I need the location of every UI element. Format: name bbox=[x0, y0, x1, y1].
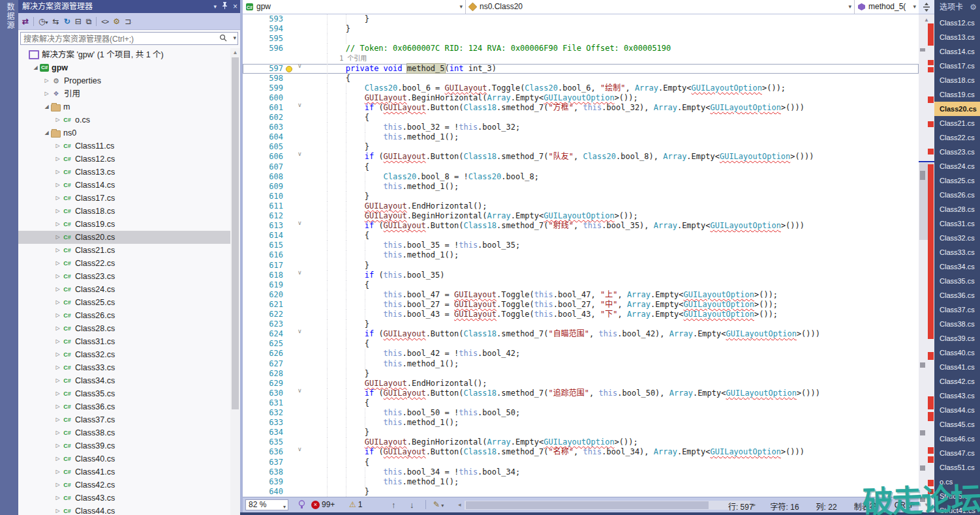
outline-collapse-icon[interactable]: ∨ bbox=[298, 446, 302, 452]
collapsed-arrow-icon[interactable]: ▷ bbox=[54, 113, 61, 126]
type-dropdown[interactable]: ns0.Class20 ▾ bbox=[466, 0, 855, 14]
code-line-608[interactable]: 608 Class20.bool_8 = !Class20.bool_8; bbox=[243, 172, 919, 182]
code-line-619[interactable]: 619 { bbox=[243, 280, 919, 290]
tab-item-class37-cs[interactable]: Class37.cs bbox=[934, 302, 980, 317]
code-line-607[interactable]: 607 { bbox=[243, 162, 919, 172]
pin-icon[interactable] bbox=[222, 0, 228, 13]
tab-item-class22-cs[interactable]: Class22.cs bbox=[934, 130, 980, 145]
tab-item-class28-cs[interactable]: Class28.cs bbox=[934, 202, 980, 216]
collapsed-arrow-icon[interactable]: ▷ bbox=[54, 309, 61, 322]
tree-item-class26-cs[interactable]: ▷C#Class26.cs bbox=[18, 309, 230, 322]
expanded-arrow-icon[interactable]: ◢ bbox=[43, 100, 50, 113]
collapsed-arrow-icon[interactable]: ▷ bbox=[54, 166, 61, 179]
scroll-up-icon[interactable]: ▲ bbox=[919, 17, 934, 23]
tree-item-class11-cs[interactable]: ▷C#Class11.cs bbox=[18, 140, 230, 153]
code-line-616[interactable]: 616 this.method_1(); bbox=[243, 250, 919, 260]
split-editor-button[interactable] bbox=[919, 0, 934, 14]
collapsed-arrow-icon[interactable]: ▷ bbox=[54, 244, 61, 257]
collapsed-arrow-icon[interactable]: ▷ bbox=[54, 387, 61, 400]
collapsed-arrow-icon[interactable]: ▷ bbox=[54, 505, 61, 515]
code-line-613[interactable]: 613∨ if (GUILayout.Button(Class18.smetho… bbox=[243, 221, 919, 231]
code-line-637[interactable]: 637 { bbox=[243, 458, 919, 467]
code-line-602[interactable]: 602 { bbox=[243, 113, 919, 123]
code-line-636[interactable]: 636∨ if (GUILayout.Button(Class18.smetho… bbox=[243, 447, 919, 457]
tab-item-class38-cs[interactable]: Class38.cs bbox=[934, 317, 980, 331]
editor-hscrollbar[interactable] bbox=[465, 501, 750, 510]
refresh-icon[interactable]: ↻ bbox=[64, 17, 70, 26]
expanded-arrow-icon[interactable]: ◢ bbox=[32, 61, 39, 74]
code-line-599[interactable]: 599 Class20.bool_6 = GUILayout.Toggle(Cl… bbox=[243, 83, 919, 93]
intellisense-icon[interactable] bbox=[298, 500, 306, 511]
tab-item-class31-cs[interactable]: Class31.cs bbox=[934, 216, 980, 231]
tab-item-class45-cs[interactable]: Class45.cs bbox=[934, 417, 980, 432]
collapsed-arrow-icon[interactable]: ▷ bbox=[54, 361, 61, 374]
preview-selected-items-icon[interactable]: ⊐· bbox=[125, 17, 132, 26]
collapsed-arrow-icon[interactable]: ▷ bbox=[54, 192, 61, 205]
code-line-628[interactable]: 628 } bbox=[243, 369, 919, 379]
search-input[interactable] bbox=[22, 33, 221, 45]
code-line-633[interactable]: 633 this.method_1(); bbox=[243, 418, 919, 428]
tree-item-m[interactable]: ◢m bbox=[18, 100, 230, 113]
switch-views-icon[interactable]: ⇆ bbox=[53, 17, 59, 26]
tab-item-class21-cs[interactable]: Class21.cs bbox=[934, 116, 980, 130]
pending-changes-filter-icon[interactable]: ◷▾ bbox=[38, 17, 48, 26]
collapsed-arrow-icon[interactable]: ▷ bbox=[54, 270, 61, 283]
code-line-611[interactable]: 611 GUILayout.EndHorizontal(); bbox=[243, 201, 919, 211]
code-line-606[interactable]: 606∨ if (GUILayout.Button(Class18.smetho… bbox=[243, 152, 919, 162]
tab-item-class13-cs[interactable]: Class13.cs bbox=[934, 30, 980, 44]
tab-item-class20-cs[interactable]: Class20.cs bbox=[934, 102, 980, 116]
code-line-614[interactable]: 614 { bbox=[243, 231, 919, 241]
code-line-594[interactable]: 594 } bbox=[243, 24, 919, 34]
tree-item-class43-cs[interactable]: ▷C#Class43.cs bbox=[18, 492, 230, 505]
tree-item--gpw-1-1-[interactable]: 解决方案 'gpw' (1 个项目, 共 1 个) bbox=[18, 48, 230, 61]
tree-item-gpw[interactable]: ◢C#gpw bbox=[18, 61, 230, 74]
collapsed-arrow-icon[interactable]: ▷ bbox=[54, 465, 61, 478]
code-line-605[interactable]: 605 } bbox=[243, 142, 919, 152]
tree-item-class14-cs[interactable]: ▷C#Class14.cs bbox=[18, 179, 230, 192]
code-line-603[interactable]: 603 this.bool_32 = !this.bool_32; bbox=[243, 123, 919, 132]
view-code-icon[interactable]: <> bbox=[101, 18, 108, 25]
tree-scrollbar[interactable]: ▲ bbox=[230, 48, 240, 515]
tab-item-class32-cs[interactable]: Class32.cs bbox=[934, 231, 980, 245]
collapsed-arrow-icon[interactable]: ▷ bbox=[54, 153, 61, 166]
tree-item-o-cs[interactable]: ▷C#o.cs bbox=[18, 113, 230, 126]
code-line-604[interactable]: 604 this.method_1(); bbox=[243, 132, 919, 142]
code-line-593[interactable]: 593 } bbox=[243, 14, 919, 24]
collapsed-arrow-icon[interactable]: ▷ bbox=[54, 348, 61, 361]
close-icon[interactable]: × bbox=[233, 0, 237, 13]
tree-item-class35-cs[interactable]: ▷C#Class35.cs bbox=[18, 387, 230, 400]
gear-icon[interactable]: ⚙ bbox=[970, 0, 977, 14]
tree-item-class21-cs[interactable]: ▷C#Class21.cs bbox=[18, 244, 230, 257]
collapsed-arrow-icon[interactable]: ▷ bbox=[54, 205, 61, 218]
tree-item-class25-cs[interactable]: ▷C#Class25.cs bbox=[18, 296, 230, 309]
tree-item-class40-cs[interactable]: ▷C#Class40.cs bbox=[18, 452, 230, 465]
tree-scrollbar-thumb[interactable] bbox=[232, 57, 239, 409]
tree-item-class18-cs[interactable]: ▷C#Class18.cs bbox=[18, 205, 230, 218]
tab-item-class24-cs[interactable]: Class24.cs bbox=[934, 159, 980, 173]
outline-collapse-icon[interactable]: ∨ bbox=[298, 63, 302, 69]
zoom-dropdown[interactable]: 82 % ▾ bbox=[245, 499, 288, 510]
next-issue-button[interactable]: ↓ bbox=[410, 500, 414, 510]
code-line-600[interactable]: 600 GUILayout.BeginHorizontal(Array.Empt… bbox=[243, 93, 919, 103]
solution-explorer-titlebar[interactable]: 解决方案资源管理器 ▾ × bbox=[18, 0, 240, 13]
code-line-621[interactable]: 621 this.bool_27 = GUILayout.Toggle(this… bbox=[243, 300, 919, 310]
code-line-627[interactable]: 627 this.method_1(); bbox=[243, 359, 919, 369]
code-line-618[interactable]: 618∨ if (this.bool_35) bbox=[243, 271, 919, 280]
code-line-639[interactable]: 639 this.method_1(); bbox=[243, 477, 919, 487]
code-line-638[interactable]: 638 this.bool_34 = !this.bool_34; bbox=[243, 467, 919, 477]
tree-item-class20-cs[interactable]: ▷C#Class20.cs bbox=[18, 231, 230, 244]
tree-item-class38-cs[interactable]: ▷C#Class38.cs bbox=[18, 426, 230, 439]
tab-item-class33-cs[interactable]: Class33.cs bbox=[934, 245, 980, 259]
collapsed-arrow-icon[interactable]: ▷ bbox=[54, 439, 61, 452]
tab-item-class39-cs[interactable]: Class39.cs bbox=[934, 331, 980, 346]
code-line-615[interactable]: 615 this.bool_35 = !this.bool_35; bbox=[243, 241, 919, 250]
code-line-632[interactable]: 632 this.bool_50 = !this.bool_50; bbox=[243, 408, 919, 418]
collapsed-arrow-icon[interactable]: ▷ bbox=[43, 74, 50, 87]
tab-item-class46-cs[interactable]: Class46.cs bbox=[934, 432, 980, 446]
collapsed-arrow-icon[interactable]: ▷ bbox=[54, 322, 61, 335]
tab-item-class18-cs[interactable]: Class18.cs bbox=[934, 73, 980, 87]
scroll-up-icon[interactable]: ▲ bbox=[230, 50, 240, 55]
code-line-609[interactable]: 609 this.method_1(); bbox=[243, 182, 919, 192]
code-line-620[interactable]: 620 this.bool_47 = GUILayout.Toggle(this… bbox=[243, 290, 919, 300]
tree-item-class44-cs[interactable]: ▷C#Class44.cs bbox=[18, 505, 230, 515]
